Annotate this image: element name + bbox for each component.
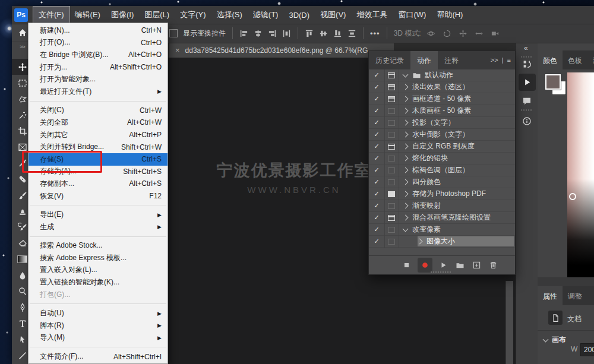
file-menu-item-4[interactable]: 打开为智能对象... [29,73,168,86]
action-row[interactable]: ✓改变像素 [369,224,515,236]
action-row[interactable]: ✓淡出效果（选区） [369,81,515,93]
history-panel-button[interactable] [522,59,532,69]
chevron-right-icon[interactable] [403,167,409,173]
canvas-scrollbar[interactable] [505,281,513,364]
align-center-h-button[interactable] [254,29,263,38]
slide-3d-button[interactable] [475,29,484,38]
tab-actions[interactable]: 动作 [410,51,438,69]
file-menu-item-19[interactable]: 置入链接的智能对象(K)... [29,276,168,289]
new-action-button[interactable] [472,261,481,270]
menubar-item-5[interactable]: 选择(S) [211,7,247,23]
menubar-item-8[interactable]: 视图(V) [315,7,351,23]
chevron-right-icon[interactable] [403,215,409,221]
tab-close-icon[interactable]: × [175,46,180,55]
chevron-down-icon[interactable] [403,226,409,232]
menubar-item-10[interactable]: 窗口(W) [393,7,431,23]
file-menu-item-15[interactable]: 生成▶ [29,221,168,233]
file-menu-item-12[interactable]: 存储副本...Alt+Ctrl+S [29,178,168,190]
folder-button[interactable] [456,261,465,270]
tab-history[interactable]: 历史记录 [369,51,410,69]
tab-adjustments[interactable]: 调整 [563,286,587,305]
show-transform-checkbox[interactable] [169,29,178,37]
tab-properties[interactable]: 属性 [538,286,563,305]
tab-gradients[interactable]: 渐变 [587,50,594,69]
file-menu-item-1[interactable]: 打开(O)...Ctrl+O [29,37,168,49]
align-bottom-button[interactable] [333,29,342,38]
play-button[interactable] [439,261,448,270]
file-menu-item-5[interactable]: 最近打开文件(T)▶ [29,86,168,98]
menubar-item-6[interactable]: 滤镜(T) [248,7,284,23]
chevron-right-icon[interactable] [403,156,409,162]
panel-collapse-button[interactable]: >> [491,56,498,64]
panel-resize-grip[interactable] [431,271,452,273]
action-row[interactable]: ✓画框通道 - 50 像素 [369,93,515,105]
item-enabled-checkmark[interactable]: ✓ [369,119,384,126]
file-menu-item-18[interactable]: 置入嵌入对象(L)... [29,264,168,277]
item-enabled-checkmark[interactable]: ✓ [369,214,384,221]
action-row[interactable]: ✓自定义 RGB 到灰度 [369,141,515,153]
dialog-toggle[interactable] [384,72,399,78]
more-options-button[interactable]: ••• [370,29,380,38]
tab-color[interactable]: 颜色 [538,50,563,69]
menubar-item-4[interactable]: 文字(Y) [175,7,211,23]
action-group-row[interactable]: ✓默认动作 [369,69,515,81]
menubar-item-11[interactable]: 帮助(H) [431,7,468,23]
dialog-toggle[interactable] [384,227,399,233]
menubar-item-0[interactable]: 文件(F) [33,7,69,23]
item-enabled-checkmark[interactable]: ✓ [369,71,384,79]
action-row[interactable]: ✓水中倒影（文字） [369,129,515,141]
chevron-right-icon[interactable] [403,96,409,102]
tab-notes[interactable]: 注释 [438,51,465,69]
notes-panel-button[interactable] [522,96,532,106]
file-menu-item-0[interactable]: 新建(N)...Ctrl+N [29,24,168,37]
dock-collapse-button[interactable]: « [524,44,528,52]
dialog-toggle[interactable] [384,96,399,102]
item-enabled-checkmark[interactable]: ✓ [369,107,384,115]
file-menu-item-23[interactable]: 导入(M)▶ [29,332,168,344]
action-row[interactable]: ✓棕褐色调（图层） [369,164,515,176]
distribute-h-button[interactable] [282,29,291,38]
action-row[interactable]: ✓熔化的铅块 [369,153,515,164]
color-picker-field[interactable] [567,72,594,277]
chevron-right-icon[interactable] [403,108,409,114]
info-panel-button[interactable] [522,116,532,126]
trash-button[interactable] [489,261,498,270]
item-enabled-checkmark[interactable]: ✓ [369,131,384,138]
canvas-section-header[interactable]: 画布 [544,335,566,345]
item-enabled-checkmark[interactable]: ✓ [369,154,384,162]
document-tab[interactable]: × dd3a785425d41d675bc2d031e608ef6e.png @… [169,43,394,58]
action-row[interactable]: ✓存储为 Photoshop PDF [369,188,515,200]
dock-grip[interactable] [521,109,533,111]
pan-3d-button[interactable] [459,29,467,38]
dialog-toggle[interactable] [384,156,399,162]
action-row[interactable]: ✓渐变映射 [369,200,515,212]
align-top-button[interactable] [305,29,314,38]
menubar-item-1[interactable]: 编辑(E) [69,7,106,23]
distribute-v-button[interactable] [347,29,356,38]
menubar-item-3[interactable]: 图层(L) [139,7,175,23]
file-menu-item-22[interactable]: 脚本(R)▶ [29,319,168,332]
file-menu-item-21[interactable]: 自动(U)▶ [29,307,168,319]
camera-3d-button[interactable] [491,29,500,38]
width-input[interactable] [580,343,594,356]
item-enabled-checkmark[interactable]: ✓ [369,83,384,91]
dialog-toggle[interactable] [384,215,399,221]
item-enabled-checkmark[interactable]: ✓ [369,166,384,174]
item-enabled-checkmark[interactable]: ✓ [369,238,384,245]
actions-panel-button[interactable] [519,74,536,91]
file-menu-item-13[interactable]: 恢复(V)F12 [29,190,168,202]
dock-grip[interactable] [521,56,533,58]
file-menu-item-24[interactable]: 文件简介(F)...Alt+Shift+Ctrl+I [29,350,168,363]
file-menu-item-16[interactable]: 搜索 Adobe Stock... [29,240,168,252]
dialog-toggle[interactable] [384,167,399,173]
action-row[interactable]: ✓混合器画笔克隆绘图设置 [369,212,515,224]
tab-swatches[interactable]: 色板 [563,50,587,69]
record-button[interactable] [418,258,432,273]
stop-button[interactable] [402,261,411,270]
file-menu-item-8[interactable]: 关闭其它Alt+Ctrl+P [29,129,168,141]
file-menu-item-17[interactable]: 搜索 Adobe Express 模板... [29,252,168,264]
chevron-right-icon[interactable] [403,191,409,197]
align-middle-button[interactable] [319,29,328,38]
dialog-toggle[interactable] [384,120,399,126]
chevron-right-icon[interactable] [403,203,409,209]
